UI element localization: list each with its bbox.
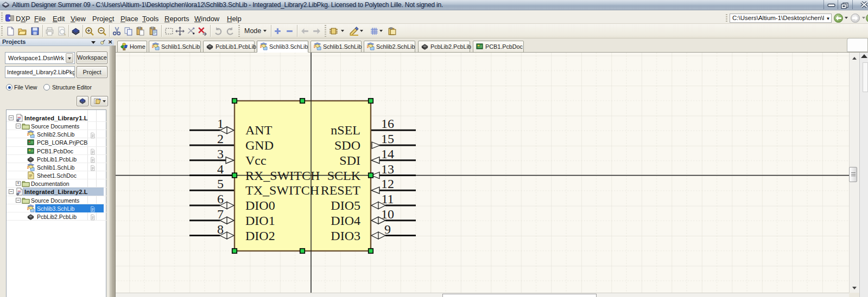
svg-text:TX_SWITCH: TX_SWITCH — [245, 183, 319, 197]
svg-text:11: 11 — [381, 192, 394, 206]
svg-text:DIO4: DIO4 — [331, 214, 360, 228]
svg-text:Vcc: Vcc — [245, 153, 267, 167]
svg-text:12: 12 — [381, 177, 394, 191]
svg-text:2: 2 — [217, 132, 224, 146]
svg-text:DIO3: DIO3 — [331, 229, 360, 243]
svg-text:DIO0: DIO0 — [245, 198, 275, 212]
svg-text:5: 5 — [217, 177, 224, 191]
svg-text:9: 9 — [384, 222, 391, 236]
svg-text:ANT: ANT — [245, 123, 273, 137]
svg-text:DIO5: DIO5 — [331, 198, 360, 212]
svg-text:SDI: SDI — [339, 153, 360, 167]
svg-text:3: 3 — [217, 147, 224, 161]
svg-text:13: 13 — [381, 162, 394, 176]
svg-text:RESET: RESET — [321, 183, 361, 197]
svg-text:GND: GND — [245, 138, 274, 152]
svg-text:4: 4 — [217, 162, 224, 176]
svg-text:DIO1: DIO1 — [245, 214, 275, 228]
svg-text:SCLK: SCLK — [327, 169, 361, 183]
svg-text:SDO: SDO — [334, 138, 360, 152]
svg-text:7: 7 — [217, 207, 224, 221]
svg-text:8: 8 — [217, 222, 224, 236]
svg-text:14: 14 — [381, 147, 394, 161]
svg-text:1: 1 — [217, 117, 224, 131]
svg-text:6: 6 — [217, 192, 224, 206]
svg-text:DIO2: DIO2 — [245, 229, 275, 243]
svg-text:nSEL: nSEL — [331, 123, 360, 137]
svg-text:RX_SWITCH: RX_SWITCH — [245, 169, 320, 183]
svg-text:15: 15 — [381, 132, 394, 146]
svg-text:16: 16 — [381, 117, 394, 131]
svg-text:10: 10 — [381, 207, 394, 221]
